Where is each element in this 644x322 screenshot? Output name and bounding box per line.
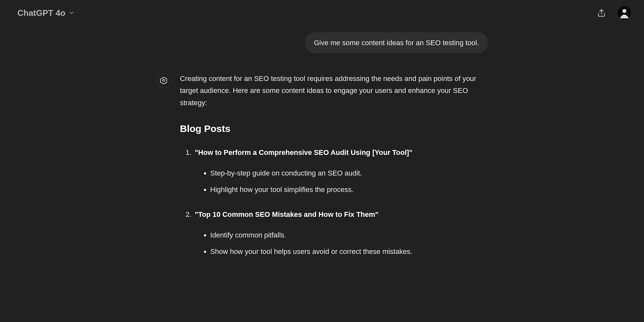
list-item: "Top 10 Common SEO Mistakes and How to F… xyxy=(194,208,488,257)
bullet: Show how your tool helps users avoid or … xyxy=(210,246,488,257)
chevron-down-icon xyxy=(69,10,74,16)
user-message: Give me some content ideas for an SEO te… xyxy=(305,32,488,53)
list-item: "How to Perform a Comprehensive SEO Audi… xyxy=(194,146,488,196)
svg-point-1 xyxy=(622,9,626,13)
app-header: ChatGPT 4o xyxy=(0,0,644,26)
user-avatar[interactable] xyxy=(618,6,631,20)
bullet: Highlight how your tool simplifies the p… xyxy=(210,184,488,196)
post-title: "Top 10 Common SEO Mistakes and How to F… xyxy=(195,210,379,218)
share-icon xyxy=(597,8,606,17)
model-switcher[interactable]: ChatGPT 4o xyxy=(13,5,79,21)
bullet: Step-by-step guide on conducting an SEO … xyxy=(210,167,488,179)
section-heading: Blog Posts xyxy=(180,120,488,137)
share-button[interactable] xyxy=(594,6,609,20)
openai-logo-icon xyxy=(159,76,168,85)
assistant-message-row: Creating content for an SEO testing tool… xyxy=(156,73,488,271)
post-bullets: Step-by-step guide on conducting an SEO … xyxy=(195,167,488,196)
header-actions xyxy=(594,6,631,20)
assistant-intro: Creating content for an SEO testing tool… xyxy=(180,73,488,109)
conversation: Give me some content ideas for an SEO te… xyxy=(156,32,488,271)
model-label: ChatGPT 4o xyxy=(17,8,65,18)
conversation-scroll[interactable]: Give me some content ideas for an SEO te… xyxy=(0,26,644,322)
post-title: "How to Perform a Comprehensive SEO Audi… xyxy=(195,148,413,156)
assistant-message: Creating content for an SEO testing tool… xyxy=(180,73,488,271)
user-message-row: Give me some content ideas for an SEO te… xyxy=(156,32,488,53)
blog-post-list: "How to Perform a Comprehensive SEO Audi… xyxy=(180,146,488,257)
bullet: Identify common pitfalls. xyxy=(210,229,488,241)
avatar-icon xyxy=(618,6,631,20)
assistant-avatar xyxy=(156,73,171,88)
post-bullets: Identify common pitfalls. Show how your … xyxy=(195,229,488,258)
